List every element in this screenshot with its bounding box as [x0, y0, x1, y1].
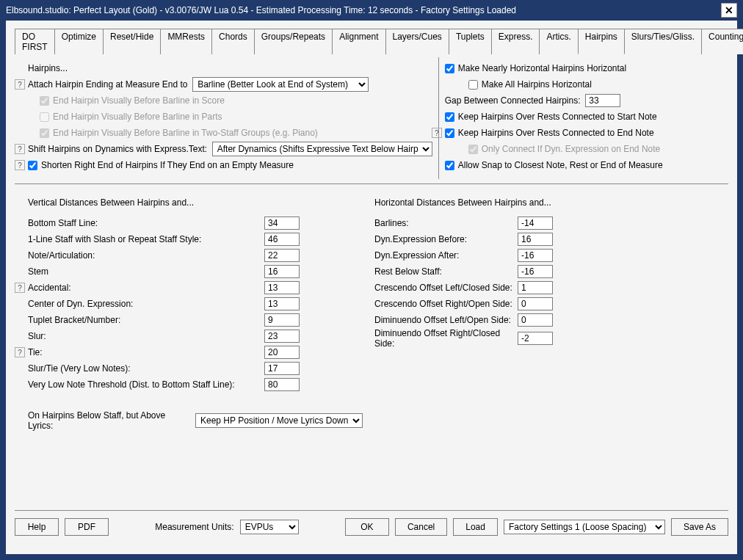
cancel-button[interactable]: Cancel — [395, 518, 447, 536]
only-connect-label: Only Connect If Dyn. Expression on End N… — [482, 144, 660, 154]
field-label: Crescendo Offset Right/Open Side: — [374, 299, 518, 309]
value-input[interactable] — [518, 297, 553, 310]
tab-groups-repeats[interactable]: Groups/Repeats — [254, 29, 333, 54]
left-column: Hairpins... ? Attach Hairpin Ending at M… — [15, 57, 438, 179]
value-input[interactable] — [518, 313, 553, 327]
make-horizontal-checkbox[interactable] — [445, 64, 454, 73]
help-icon[interactable]: ? — [15, 347, 25, 357]
help-icon[interactable]: ? — [15, 79, 25, 90]
value-input[interactable] — [264, 217, 300, 230]
vertical-distances-section: Vertical Distances Between Hairpins and.… — [15, 189, 369, 510]
end-before-barline-parts-label: End Hairpin Visually Before Barline in P… — [53, 112, 222, 122]
keep-over-rests-start-checkbox[interactable] — [445, 112, 454, 122]
field-label: Bottom Staff Line: — [15, 218, 264, 228]
attach-ending-label: Attach Hairpin Ending at Measure End to — [28, 79, 187, 90]
tab-tuplets[interactable]: Tuplets — [449, 29, 492, 54]
field-label: Tie: — [28, 347, 43, 357]
field-label: 1-Line Staff with Slash or Repeat Staff … — [15, 234, 264, 244]
value-input[interactable] — [518, 217, 553, 230]
field-label: Accidental: — [28, 283, 71, 293]
window-title: Elbsound.studio: Perfect Layout (Gold) -… — [6, 5, 516, 15]
value-input[interactable] — [518, 265, 553, 278]
dialog-window: Elbsound.studio: Perfect Layout (Gold) -… — [0, 0, 743, 560]
value-input[interactable] — [264, 281, 300, 294]
load-button[interactable]: Load — [453, 518, 498, 536]
save-as-button[interactable]: Save As — [671, 518, 728, 536]
value-input[interactable] — [264, 330, 300, 343]
value-input[interactable] — [264, 297, 300, 310]
field-label: Crescendo Offset Left/Closed Side: — [374, 283, 518, 293]
horizontal-heading: Horizontal Distances Between Hairpins an… — [374, 197, 551, 208]
field-label: Dyn.Expression After: — [374, 250, 518, 261]
tab-express-[interactable]: Express. — [491, 29, 540, 54]
field-label: Tuplet Bracket/Number: — [15, 315, 264, 325]
value-input[interactable] — [264, 346, 300, 359]
tab-mmrests[interactable]: MMRests — [160, 29, 212, 54]
vertical-heading: Vertical Distances Between Hairpins and.… — [28, 197, 194, 208]
only-connect-checkbox — [468, 145, 478, 154]
tab-counting[interactable]: Counting — [701, 29, 743, 54]
shorten-right-end-label: Shorten Right End of Hairpins If They En… — [41, 160, 294, 170]
help-icon[interactable]: ? — [15, 160, 25, 170]
value-input[interactable] — [264, 362, 300, 375]
value-input[interactable] — [518, 249, 553, 262]
keep-over-rests-start-label: Keep Hairpins Over Rests Connected to St… — [458, 112, 657, 122]
ok-button[interactable]: OK — [345, 518, 389, 536]
field-label: Slur: — [15, 331, 264, 341]
value-input[interactable] — [264, 378, 300, 391]
tab-do-first[interactable]: DO FIRST — [15, 29, 55, 54]
tab-panel-hairpins: Hairpins... ? Attach Hairpin Ending at M… — [15, 57, 728, 536]
below-lyrics-label: On Hairpins Below Staff, but Above Lyric… — [15, 410, 190, 431]
field-label: Center of Dyn. Expression: — [15, 299, 264, 309]
end-before-barline-score-label: End Hairpin Visually Before Barline in S… — [53, 95, 225, 106]
tab-alignment[interactable]: Alignment — [332, 29, 385, 54]
field-label: Very Low Note Threshold (Dist. to Bottom… — [15, 379, 264, 390]
tab-reset-hide[interactable]: Reset/Hide — [103, 29, 161, 54]
value-input[interactable] — [264, 233, 300, 246]
field-label: Slur/Tie (Very Low Notes): — [15, 363, 264, 374]
field-label: Diminuendo Offset Right/Closed Side: — [374, 328, 518, 349]
help-button[interactable]: Help — [15, 518, 59, 536]
make-all-horizontal-checkbox[interactable] — [468, 80, 478, 90]
content-pane: DO FIRSTOptimizeReset/HideMMRestsChordsG… — [6, 21, 737, 554]
below-lyrics-select[interactable]: Keep HP Position / Move Lyrics Down — [195, 413, 363, 428]
tab-artics-[interactable]: Artics. — [539, 29, 578, 54]
gap-input[interactable] — [585, 94, 620, 107]
value-input[interactable] — [518, 233, 553, 246]
tab-slurs-ties-gliss-[interactable]: Slurs/Ties/Gliss. — [624, 29, 702, 54]
tab-hairpins[interactable]: Hairpins — [578, 29, 625, 54]
value-input[interactable] — [264, 249, 300, 262]
right-column: Make Nearly Horizontal Hairpins Horizont… — [438, 57, 728, 179]
field-label: Barlines: — [374, 218, 518, 228]
pdf-button[interactable]: PDF — [65, 518, 109, 536]
shift-hairpins-select[interactable]: After Dynamics (Shifts Expressive Text B… — [212, 142, 432, 156]
help-icon[interactable]: ? — [432, 128, 442, 138]
units-select[interactable]: EVPUs — [240, 520, 299, 534]
allow-snap-label: Allow Snap to Closest Note, Rest or End … — [458, 160, 663, 170]
tab-optimize[interactable]: Optimize — [54, 29, 104, 54]
end-before-barline-twostaff-checkbox — [40, 128, 49, 138]
help-icon[interactable]: ? — [15, 144, 25, 154]
value-input[interactable] — [518, 281, 553, 294]
gap-label: Gap Between Connected Hairpins: — [445, 95, 581, 106]
field-label: Note/Articulation: — [15, 250, 264, 261]
close-icon: ✕ — [725, 4, 733, 16]
make-horizontal-label: Make Nearly Horizontal Hairpins Horizont… — [458, 63, 626, 73]
value-input[interactable] — [518, 332, 553, 345]
field-label: Dyn.Expression Before: — [374, 234, 518, 244]
value-input[interactable] — [264, 313, 300, 327]
value-input[interactable] — [264, 265, 300, 278]
shorten-right-end-checkbox[interactable] — [28, 161, 37, 170]
allow-snap-checkbox[interactable] — [445, 161, 454, 170]
help-icon[interactable]: ? — [15, 283, 25, 293]
keep-over-rests-end-checkbox[interactable] — [445, 128, 454, 138]
tab-layers-cues[interactable]: Layers/Cues — [385, 29, 449, 54]
attach-ending-select[interactable]: Barline (Better Look at End of System) — [192, 77, 369, 92]
section-heading-hairpins: Hairpins... — [28, 63, 68, 73]
tab-chords[interactable]: Chords — [211, 29, 255, 54]
field-label: Diminuendo Offset Left/Open Side: — [374, 315, 518, 325]
preset-select[interactable]: Factory Settings 1 (Loose Spacing) — [504, 520, 665, 534]
title-bar: Elbsound.studio: Perfect Layout (Gold) -… — [0, 0, 743, 21]
field-label: Rest Below Staff: — [374, 266, 518, 277]
close-button[interactable]: ✕ — [721, 3, 737, 18]
